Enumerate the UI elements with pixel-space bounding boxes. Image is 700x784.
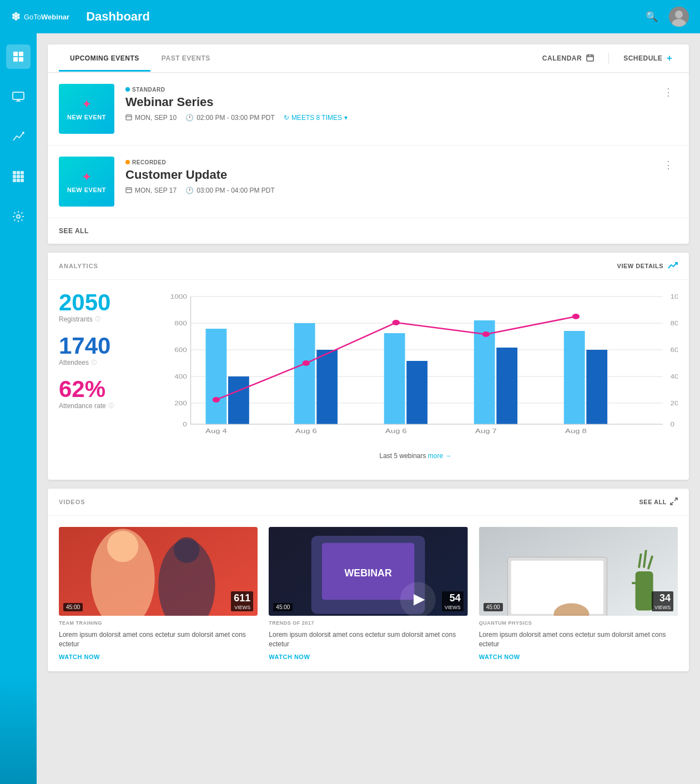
svg-rect-59 [564, 331, 585, 424]
svg-point-62 [303, 360, 310, 366]
event-thumb-webinar: ✦ NEW EVENT [59, 84, 114, 134]
event-item-customer-update: ✦ NEW EVENT RECORDED Customer Update [48, 145, 689, 218]
videos-card: VIDEOS SEE ALL [48, 489, 689, 671]
video-views-2: 34 VIEWS [652, 591, 673, 611]
video-watch-button-0[interactable]: WATCH NOW [59, 654, 258, 660]
registrants-value: 2050 [59, 291, 137, 314]
view-details-button[interactable]: VIEW DETAILS [617, 262, 678, 270]
calendar-meta-icon [125, 114, 132, 122]
event-date-webinar: MON, SEP 10 [125, 114, 177, 122]
video-category-0: TEAM TRAINING [59, 620, 258, 626]
svg-rect-12 [17, 171, 20, 174]
calendar-button[interactable]: CALENDAR [537, 45, 600, 72]
video-item-1: WEBINAR 45:00 54 VIEWS TRENDS OF 2017 Lo… [269, 527, 467, 660]
svg-rect-9 [16, 101, 21, 102]
info-icon-rate[interactable]: ⓘ [108, 402, 114, 410]
top-bar-actions: 🔍 [646, 7, 689, 27]
tab-past-events[interactable]: PAST EVENTS [150, 46, 221, 72]
analytics-body: 2050 Registrants ⓘ 1740 Attendees ⓘ [48, 280, 689, 480]
event-more-button-webinar[interactable]: ⋮ [659, 84, 678, 100]
videos-grid: 45:00 611 VIEWS TEAM TRAINING Lorem ipsu… [48, 516, 689, 671]
event-thumb-label: NEW EVENT [67, 114, 106, 120]
event-badge-standard: STANDARD [125, 87, 165, 93]
chart-more-link[interactable]: more → [428, 452, 452, 460]
expand-icon [670, 497, 678, 506]
svg-point-65 [572, 314, 580, 319]
clock-icon: 🕐 [185, 114, 194, 122]
video-thumb-2: 45:00 34 VIEWS [479, 527, 678, 616]
svg-text:Aug 8: Aug 8 [565, 428, 587, 435]
svg-rect-7 [13, 92, 24, 99]
sidebar-item-analytics[interactable] [6, 124, 31, 149]
video-watch-button-1[interactable]: WATCH NOW [269, 654, 467, 660]
videos-title: VIDEOS [59, 499, 85, 505]
avatar[interactable] [669, 7, 689, 27]
event-info-customer: RECORDED Customer Update [125, 157, 648, 195]
calendar-button-label: CALENDAR [542, 54, 582, 62]
registrants-label: Registrants ⓘ [59, 315, 137, 323]
video-thumb-0: 45:00 611 VIEWS [59, 527, 258, 616]
svg-rect-91 [635, 571, 653, 610]
svg-rect-18 [17, 179, 20, 182]
app-logo: ❄ GoToWebinar [11, 10, 69, 23]
video-category-2: QUANTUM PHYSICS [479, 620, 678, 626]
info-icon-registrants[interactable]: ⓘ [95, 315, 100, 323]
svg-rect-53 [294, 323, 315, 424]
svg-rect-8 [17, 100, 20, 101]
top-bar: ❄ GoToWebinar Dashboard 🔍 [0, 0, 700, 33]
svg-text:100%: 100% [671, 294, 678, 300]
chart-container: 1000 800 600 400 200 0 100% 80% 60% 40% … [153, 291, 678, 446]
info-icon-attendees[interactable]: ⓘ [91, 359, 97, 366]
event-meets-webinar[interactable]: ↻ MEETS 8 TIMES ▾ [284, 114, 348, 122]
svg-point-79 [174, 537, 199, 563]
calendar-icon [586, 54, 594, 63]
stat-registrants: 2050 Registrants ⓘ [59, 291, 137, 323]
svg-text:Aug 6: Aug 6 [295, 428, 317, 435]
svg-point-78 [107, 531, 138, 562]
analytics-card: ANALYTICS VIEW DETAILS 2050 [48, 253, 689, 480]
svg-text:WEBINAR: WEBINAR [345, 567, 392, 579]
video-watch-button-2[interactable]: WATCH NOW [479, 654, 678, 660]
video-desc-0: Lorem ipsum dolorsit amet cons ectetur s… [59, 630, 258, 649]
svg-rect-11 [13, 171, 16, 174]
video-item-0: 45:00 611 VIEWS TEAM TRAINING Lorem ipsu… [59, 527, 258, 660]
event-more-button-customer[interactable]: ⋮ [659, 157, 678, 173]
svg-rect-19 [21, 179, 24, 182]
svg-rect-25 [126, 115, 132, 120]
tab-upcoming-events[interactable]: UPCOMING EVENTS [59, 46, 150, 72]
event-badge-recorded: RECORDED [125, 159, 166, 165]
search-icon[interactable]: 🔍 [646, 11, 658, 23]
event-info-webinar: STANDARD Webinar Series [125, 84, 648, 122]
events-tabs: UPCOMING EVENTS PAST EVENTS CALENDAR [48, 44, 689, 73]
event-meta-customer: MON, SEP 17 🕐 03:00 PM - 04:00 PM PDT [125, 187, 648, 195]
badge-dot-recorded [125, 160, 130, 164]
schedule-button[interactable]: SCHEDULE + [618, 44, 678, 72]
sidebar-item-home[interactable] [6, 44, 31, 69]
svg-text:Aug 7: Aug 7 [475, 428, 497, 435]
sidebar-item-screen[interactable] [6, 84, 31, 109]
svg-rect-92 [632, 582, 637, 584]
svg-text:400: 400 [174, 374, 187, 380]
event-time-customer: 🕐 03:00 PM - 04:00 PM PDT [185, 187, 275, 194]
event-title-webinar: Webinar Series [125, 95, 648, 109]
svg-text:Aug 6: Aug 6 [385, 428, 407, 435]
stat-attendees: 1740 Attendees ⓘ [59, 334, 137, 366]
see-all-button[interactable]: SEE ALL [48, 218, 100, 244]
svg-rect-13 [21, 171, 24, 174]
layout: UPCOMING EVENTS PAST EVENTS CALENDAR [0, 33, 700, 784]
sidebar-item-apps[interactable] [6, 164, 31, 189]
svg-rect-55 [384, 333, 405, 424]
schedule-button-label: SCHEDULE [623, 54, 662, 62]
badge-dot-standard [125, 87, 130, 92]
svg-rect-60 [586, 350, 607, 424]
event-item-webinar-series: ✦ NEW EVENT STANDARD Webinar Series [48, 73, 689, 145]
analytics-stats: 2050 Registrants ⓘ 1740 Attendees ⓘ [59, 291, 137, 469]
analytics-header: ANALYTICS VIEW DETAILS [48, 253, 689, 280]
videos-see-all-button[interactable]: SEE ALL [639, 497, 678, 506]
events-tab-actions: CALENDAR SCHEDULE + [537, 44, 678, 72]
svg-text:1000: 1000 [170, 294, 187, 300]
event-thumb-customer: ✦ NEW EVENT [59, 157, 114, 207]
svg-rect-56 [406, 361, 427, 424]
sidebar-item-settings[interactable] [6, 204, 31, 229]
main-content: UPCOMING EVENTS PAST EVENTS CALENDAR [37, 33, 700, 784]
